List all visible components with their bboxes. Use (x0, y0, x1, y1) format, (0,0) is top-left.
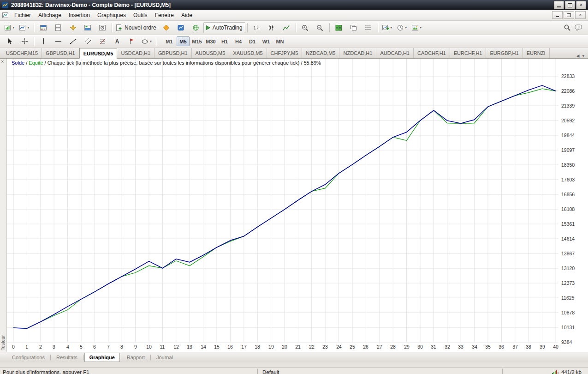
legend-equite: Equité (29, 60, 43, 66)
active-chart-menu-icon[interactable] (2, 12, 9, 18)
bar-chart-button[interactable] (249, 22, 264, 33)
terminal-button[interactable] (80, 22, 95, 33)
chart-tab-cadchf-h1[interactable]: CADCHF,H1 (414, 48, 450, 58)
status-profile[interactable]: Default (258, 369, 502, 374)
market-watch-button[interactable] (36, 22, 51, 33)
menu-affichage[interactable]: Affichage (35, 10, 65, 20)
metaeditor-button[interactable] (159, 22, 174, 33)
autotrading-button[interactable]: AutoTrading (203, 22, 245, 33)
x-axis-label: 10 (144, 344, 154, 350)
panel-close-icon[interactable]: × (1, 59, 4, 64)
new-chart-button[interactable]: ▾ (2, 22, 17, 33)
chart-tab-nzdcad-h1[interactable]: NZDCAD,H1 (339, 48, 376, 58)
tab-list-dropdown-icon[interactable]: ▾ (582, 54, 584, 58)
navigator-button[interactable] (65, 22, 80, 33)
timeframe-m1[interactable]: M1 (163, 36, 176, 46)
chart-tab-usdcad-h1[interactable]: USDCAD,H1 (117, 48, 154, 58)
timeframe-h1[interactable]: H1 (218, 36, 231, 46)
shapes-button[interactable]: ▾ (139, 36, 154, 47)
zoom-in-button[interactable] (298, 22, 313, 33)
timeframe-h4[interactable]: H4 (232, 36, 245, 46)
mdi-minimize-button[interactable] (552, 11, 563, 19)
fibonacci-button[interactable] (95, 36, 110, 47)
objects-list-button[interactable] (361, 22, 376, 33)
tester-tab-graphique[interactable]: Graphique (84, 353, 120, 362)
chart-tab-xauusd-m5[interactable]: XAUUSD,M5 (229, 48, 267, 58)
x-axis-label: 34 (469, 344, 480, 350)
restore-button[interactable] (565, 1, 575, 9)
timeframe-m30[interactable]: M30 (204, 36, 217, 46)
chart-tab-nzdcad-m5[interactable]: NZDCAD,M5 (302, 48, 339, 58)
timeframe-m5[interactable]: M5 (177, 36, 190, 46)
trendline-icon (70, 38, 77, 45)
menu-outils[interactable]: Outils (130, 10, 151, 20)
templates-button[interactable]: ▾ (410, 22, 424, 33)
y-axis-label: 22833 (561, 73, 575, 79)
tester-tab-resultats[interactable]: Resultats (52, 353, 82, 362)
chat-icon[interactable] (575, 24, 583, 31)
profiles-button[interactable]: ▾ (17, 22, 32, 33)
menu-fenetre[interactable]: Fenetre (151, 10, 178, 20)
tester-tab-configurations[interactable]: Configurations (7, 353, 49, 362)
line-chart-button[interactable] (279, 22, 294, 33)
tab-separator (121, 355, 121, 360)
chart-tab-chfjpy-m5[interactable]: CHFJPY,M5 (267, 48, 303, 58)
close-button[interactable]: × (576, 1, 586, 9)
y-axis-label: 18350 (561, 162, 575, 168)
chart-tab-audusd-m5[interactable]: AUDUSD,M5 (192, 48, 230, 58)
timeframe-d1[interactable]: D1 (246, 36, 259, 46)
tester-tab-rapport[interactable]: Rapport (122, 353, 149, 362)
toolbar-drawing: A ▾ M1M5M15M30H1H4D1W1MN (0, 35, 588, 48)
crosshair-button[interactable] (17, 36, 32, 47)
vertical-line-button[interactable] (36, 36, 51, 47)
strategy-tester-button[interactable] (95, 22, 110, 33)
chart-tab-usdchf-m15[interactable]: USDCHF,M15 (2, 48, 42, 58)
mdi-restore-button[interactable] (564, 11, 574, 19)
menu-fichier[interactable]: Fichier (11, 10, 35, 20)
navigator-icon (70, 24, 77, 31)
y-axis-label: 16856 (561, 192, 575, 197)
menu-insertion[interactable]: Insertion (65, 10, 94, 20)
search-icon[interactable] (564, 24, 571, 31)
chart-tab-eurchf-h1[interactable]: EURCHF,H1 (450, 48, 487, 58)
timeframe-w1[interactable]: W1 (260, 36, 273, 46)
cursor-button[interactable] (2, 36, 17, 47)
chart-tab-eurgbp-h1[interactable]: EURGBP,H1 (486, 48, 523, 58)
chart-tab-audcad-h1[interactable]: AUDCAD,H1 (376, 48, 414, 58)
tester-graph-panel[interactable]: Solde / Equité / Chaque tick (la méthode… (7, 59, 588, 352)
candlestick-button[interactable] (264, 22, 279, 33)
cascade-windows-button[interactable] (346, 22, 361, 33)
horizontal-line-button[interactable] (51, 36, 65, 47)
mdi-close-button[interactable]: × (575, 11, 586, 19)
tester-tab-journal[interactable]: Journal (152, 353, 178, 362)
x-axis-label: 1 (22, 344, 32, 350)
periods-button[interactable]: ▾ (395, 22, 410, 33)
minimize-button[interactable] (554, 1, 564, 9)
channel-button[interactable] (80, 36, 95, 47)
text-button[interactable]: A (110, 36, 125, 47)
y-axis-label: 15361 (561, 221, 575, 227)
x-axis-label: 18 (252, 344, 262, 350)
x-axis-label: 23 (320, 344, 330, 350)
chart-tab-gbpusd-h1[interactable]: GBPUSD,H1 (42, 48, 79, 58)
data-window-button[interactable] (51, 22, 65, 33)
chart-tab-eurnzi[interactable]: EURNZI (523, 48, 550, 58)
timeframe-m15[interactable]: M15 (190, 36, 203, 46)
chart-canvas[interactable] (7, 59, 588, 352)
market-button[interactable] (174, 22, 189, 33)
label-button[interactable] (125, 36, 139, 47)
tile-windows-button[interactable] (332, 22, 346, 33)
menu-aide[interactable]: Aide (178, 10, 196, 20)
zoom-out-button[interactable] (313, 22, 327, 33)
community-button[interactable] (189, 22, 203, 33)
chart-tab-eurusd-m5[interactable]: EURUSD,M5 (79, 48, 118, 59)
window-title: 2088941832: Darwinex-Demo - Compte Démo … (11, 2, 171, 8)
chart-tab-gbpusd-h1[interactable]: GBPUSD,H1 (154, 48, 192, 58)
trendline-button[interactable] (65, 36, 80, 47)
new-order-button[interactable]: Nouvel ordre (114, 22, 159, 33)
timeframe-mn[interactable]: MN (273, 36, 286, 46)
menu-graphiques[interactable]: Graphiques (94, 10, 130, 20)
tab-scroll-left-icon[interactable]: ◀ (576, 54, 580, 58)
indicators-button[interactable]: ▾ (380, 22, 395, 33)
autotrading-play-icon (205, 25, 211, 30)
